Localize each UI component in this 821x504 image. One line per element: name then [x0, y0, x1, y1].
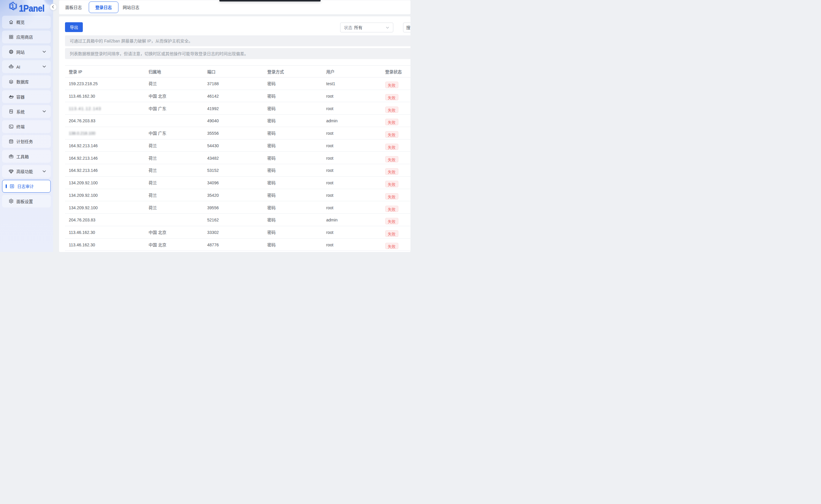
svg-text:1: 1 [11, 3, 14, 9]
